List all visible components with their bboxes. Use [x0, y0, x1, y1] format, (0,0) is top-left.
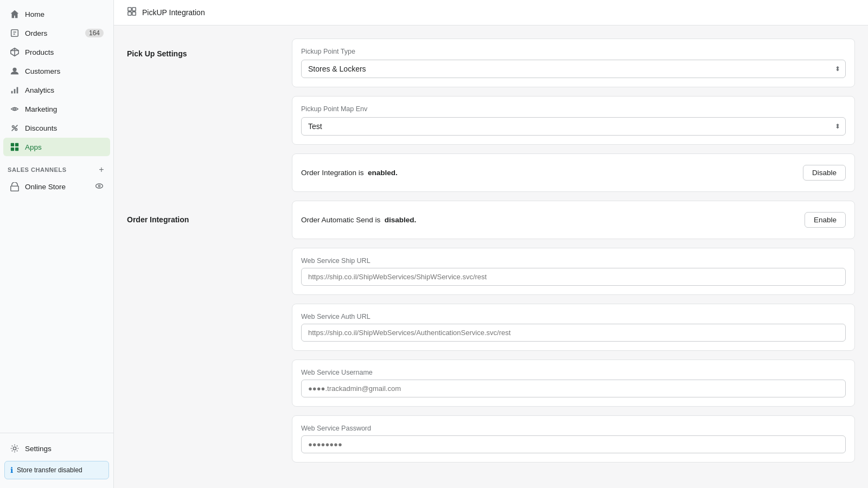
svg-point-6 — [12, 68, 16, 72]
svg-point-10 — [14, 108, 16, 110]
content-left: Pick Up Settings Order Integration — [127, 38, 279, 475]
order-auto-send-status-row: Order Automatic Send is disabled. Enable — [301, 210, 846, 230]
pickup-point-type-label: Pickup Point Type — [301, 48, 846, 55]
sidebar-settings-label: Settings — [25, 445, 52, 453]
web-service-username-card: Web Service Username — [292, 359, 855, 407]
page-title: PickUP Integration — [142, 8, 205, 17]
store-transfer-notice: ℹ Store transfer disabled — [4, 461, 109, 479]
pickup-point-type-wrapper: Stores & Lockers Stores Lockers ⬍ — [301, 60, 846, 78]
web-service-ship-url-card: Web Service Ship URL — [292, 248, 855, 295]
store-transfer-label: Store transfer disabled — [17, 466, 82, 474]
sidebar-item-apps[interactable]: Apps — [3, 138, 110, 156]
products-icon — [10, 47, 20, 57]
web-service-password-label: Web Service Password — [301, 425, 846, 432]
web-service-username-label: Web Service Username — [301, 369, 846, 376]
online-store-label: Online Store — [25, 183, 66, 191]
order-integration-prefix: Order Integration is — [301, 169, 364, 177]
web-service-auth-url-label: Web Service Auth URL — [301, 313, 846, 320]
pickup-point-type-card: Pickup Point Type Stores & Lockers Store… — [292, 38, 855, 87]
orders-icon — [10, 28, 20, 38]
svg-rect-0 — [11, 30, 18, 37]
web-service-ship-url-input[interactable] — [301, 268, 846, 286]
svg-point-12 — [15, 129, 17, 131]
order-integration-section-label: Order Integration — [127, 215, 279, 224]
svg-rect-15 — [15, 143, 18, 146]
sidebar-discounts-label: Discounts — [25, 124, 57, 132]
analytics-icon — [10, 85, 20, 95]
sidebar-customers-label: Customers — [25, 67, 60, 75]
order-auto-send-card: Order Automatic Send is disabled. Enable — [292, 201, 855, 239]
store-icon — [10, 182, 20, 192]
sidebar: Home Orders 164 Products Customers — [0, 0, 114, 488]
pickup-point-type-select[interactable]: Stores & Lockers Stores Lockers — [301, 60, 846, 78]
sidebar-item-orders[interactable]: Orders 164 — [3, 24, 110, 42]
svg-rect-9 — [17, 87, 18, 94]
sidebar-marketing-label: Marketing — [25, 105, 57, 113]
order-integration-status-card: Order Integration is enabled. Disable — [292, 153, 855, 192]
sidebar-footer: Settings ℹ Store transfer disabled — [0, 433, 113, 488]
sidebar-item-products[interactable]: Products — [3, 43, 110, 61]
discounts-icon — [10, 123, 20, 133]
pickup-point-map-env-select[interactable]: Test Production — [301, 117, 846, 136]
settings-icon — [10, 444, 20, 453]
sidebar-item-customers[interactable]: Customers — [3, 62, 110, 80]
svg-rect-14 — [11, 143, 14, 146]
web-service-auth-url-card: Web Service Auth URL — [292, 304, 855, 351]
sidebar-products-label: Products — [25, 48, 54, 56]
sidebar-item-online-store[interactable]: Online Store — [3, 178, 110, 196]
svg-point-19 — [96, 184, 103, 188]
page-header: PickUP Integration — [114, 0, 868, 25]
order-auto-send-prefix: Order Automatic Send is — [301, 216, 380, 224]
order-auto-send-status-text: Order Automatic Send is disabled. — [301, 216, 416, 224]
web-service-password-card: Web Service Password — [292, 415, 855, 463]
web-service-password-input[interactable] — [301, 435, 846, 453]
pickup-point-map-env-card: Pickup Point Map Env Test Production ⬍ — [292, 96, 855, 145]
sidebar-analytics-label: Analytics — [25, 86, 54, 94]
home-icon — [10, 9, 20, 19]
pickup-section-label: Pick Up Settings — [127, 49, 279, 58]
sales-channels-label: SALES CHANNELS — [8, 166, 67, 173]
svg-rect-23 — [132, 8, 136, 11]
enable-order-auto-send-button[interactable]: Enable — [805, 212, 846, 228]
svg-rect-17 — [15, 147, 18, 151]
main-content: PickUP Integration Pick Up Settings Orde… — [114, 0, 868, 488]
sidebar-item-marketing[interactable]: Marketing — [3, 100, 110, 118]
breadcrumb-icon — [127, 7, 137, 18]
sidebar-item-analytics[interactable]: Analytics — [3, 81, 110, 99]
sidebar-orders-label: Orders — [25, 29, 47, 37]
svg-rect-7 — [11, 91, 13, 94]
svg-rect-18 — [11, 186, 18, 191]
web-service-auth-url-input[interactable] — [301, 324, 846, 342]
web-service-ship-url-label: Web Service Ship URL — [301, 257, 846, 265]
sales-channels-header: SALES CHANNELS + — [0, 157, 113, 177]
add-sales-channel-button[interactable]: + — [96, 164, 107, 175]
pickup-point-map-env-wrapper: Test Production ⬍ — [301, 117, 846, 136]
sidebar-apps-label: Apps — [25, 143, 42, 151]
svg-point-11 — [12, 126, 15, 128]
content-area: Pick Up Settings Order Integration Picku… — [114, 25, 868, 488]
pickup-point-map-env-label: Pickup Point Map Env — [301, 105, 846, 113]
marketing-icon — [10, 104, 20, 114]
svg-rect-24 — [128, 12, 131, 15]
order-auto-send-status-value: disabled. — [385, 216, 417, 224]
sidebar-item-discounts[interactable]: Discounts — [3, 119, 110, 137]
svg-point-20 — [98, 185, 100, 187]
sidebar-home-label: Home — [25, 10, 44, 18]
svg-rect-8 — [14, 89, 16, 93]
web-service-username-input[interactable] — [301, 380, 846, 397]
sidebar-item-settings[interactable]: Settings — [3, 439, 110, 458]
customers-icon — [10, 66, 20, 76]
sidebar-item-home[interactable]: Home — [3, 5, 110, 23]
svg-rect-16 — [11, 147, 14, 151]
svg-rect-25 — [132, 12, 136, 15]
orders-badge: 164 — [85, 29, 104, 37]
disable-order-integration-button[interactable]: Disable — [803, 165, 846, 181]
content-right: Pickup Point Type Stores & Lockers Store… — [292, 38, 855, 475]
svg-point-21 — [13, 447, 16, 450]
apps-icon — [10, 142, 20, 152]
order-integration-status-text: Order Integration is enabled. — [301, 169, 398, 177]
online-store-visibility-button[interactable] — [95, 182, 104, 192]
sidebar-navigation: Home Orders 164 Products Customers — [0, 0, 113, 433]
svg-rect-22 — [128, 8, 131, 11]
order-integration-status-value: enabled. — [368, 169, 398, 177]
